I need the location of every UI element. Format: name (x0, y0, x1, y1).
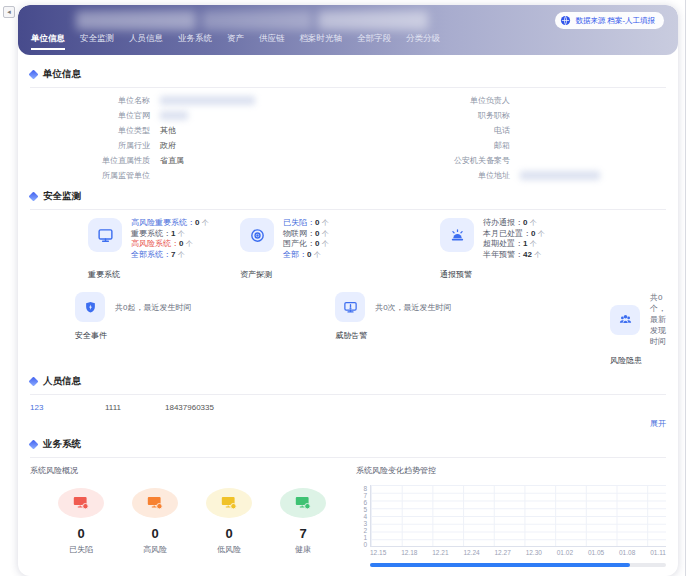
stat-unit: 个 (178, 251, 185, 258)
chart-x-axis: 12.15 12.18 12.21 12.24 12.27 12.30 01.0… (356, 549, 666, 556)
field-label: 邮箱 (350, 140, 520, 151)
security-stat-cards: 高风险重要系统0 个 重要系统1 个 高风险系统0 个 全部系统7 个 重要系统… (30, 218, 666, 280)
shield-icon (75, 292, 105, 322)
field-value: 其他 (160, 125, 350, 136)
person-phone: 18437960335 (165, 403, 240, 412)
scrollbar-thumb[interactable] (370, 563, 630, 567)
tab-business-systems[interactable]: 业务系统 (178, 33, 212, 50)
stat-label: 健康 (266, 544, 340, 555)
risk-trend-panel: 系统风险变化趋势管控 8 7 6 5 4 3 2 1 0 (350, 465, 666, 567)
unit-detail-panel: 数据来源 档案-人工填报 单位信息 安全监测 人员信息 业务系统 资产 供应链 … (18, 5, 678, 576)
field-label: 单位直属性质 (30, 155, 160, 166)
risk-overview-panel: 系统风险概况 0 已失陷 0 高风险 0 低风险 (30, 465, 350, 567)
field-label: 所属行业 (30, 140, 160, 151)
card-threat-alerts[interactable]: 共0次，最近发生时间 威胁告警 (335, 292, 610, 366)
section-divider (30, 209, 666, 210)
field-label: 电话 (350, 125, 520, 136)
y-tick: 4 (356, 513, 367, 520)
y-tick: 0 (356, 541, 367, 548)
stat-value: 0 (179, 239, 183, 248)
section-title-unit-info: 单位信息 (43, 68, 81, 81)
section-title-personnel: 人员信息 (43, 375, 81, 388)
section-marker-icon (29, 192, 39, 202)
stat-value: 0 (315, 239, 319, 248)
tab-assets[interactable]: 资产 (227, 33, 244, 50)
y-tick: 8 (356, 485, 367, 492)
section-marker-icon (29, 377, 39, 387)
expand-link[interactable]: 展开 (30, 418, 666, 429)
section-divider (30, 394, 666, 395)
card-important-systems[interactable]: 高风险重要系统0 个 重要系统1 个 高风险系统0 个 全部系统7 个 重要系统 (88, 218, 240, 280)
card-risk-hazards[interactable]: 共0个，最新发现时间 风险隐患 (610, 292, 666, 366)
field-value (520, 155, 666, 166)
y-tick: 2 (356, 527, 367, 534)
tab-archive-timeline[interactable]: 档案时光轴 (300, 33, 343, 50)
tab-unit-info[interactable]: 单位信息 (31, 33, 65, 50)
stat-value: 42 (523, 250, 532, 259)
section-title-security: 安全监测 (43, 190, 81, 203)
collapse-panel-button[interactable]: ◂ (3, 6, 15, 18)
x-tick: 12.18 (401, 549, 417, 556)
section-header-business: 业务系统 (30, 438, 666, 451)
radar-icon (240, 218, 274, 252)
risk-overview-title: 系统风险概况 (30, 465, 350, 476)
field-value (160, 170, 350, 181)
section-marker-icon (29, 70, 39, 80)
y-tick: 5 (356, 506, 367, 513)
section-divider (30, 87, 666, 88)
risk-stats: 0 已失陷 0 高风险 0 低风险 7 (30, 488, 350, 555)
y-tick: 3 (356, 520, 367, 527)
tab-personnel[interactable]: 人员信息 (129, 33, 163, 50)
card-name: 威胁告警 (335, 330, 610, 341)
stat-label: 超期处置 (483, 239, 523, 248)
stat-value: 1 (523, 239, 527, 248)
panel-content: 单位信息 单位名称 单位负责人 单位官网 职务职称 单位类型其他 电话 所属行业… (18, 55, 678, 576)
tab-security-monitor[interactable]: 安全监测 (80, 33, 114, 50)
x-tick: 12.24 (463, 549, 479, 556)
monitor-risk-icon (58, 488, 104, 518)
stat-label: 全部 (283, 250, 307, 259)
field-value-redacted (160, 95, 350, 106)
chart-horizontal-scrollbar[interactable] (370, 563, 666, 567)
security-event-cards: 共0起，最近发生时间 安全事件 共0次，最近发生时间 威胁告警 (30, 292, 666, 366)
personnel-row: 123 1111 18437960335 (30, 403, 666, 412)
stat-unit: 个 (186, 240, 193, 247)
stat-label: 国产化 (283, 239, 315, 248)
tab-supply-chain[interactable]: 供应链 (259, 33, 285, 50)
field-label: 所属监管单位 (30, 170, 160, 181)
card-asset-detection[interactable]: 已失陷0 个 物联网0 个 国产化0 个 全部0 个 资产探测 (240, 218, 440, 280)
monitor-alert-icon (335, 292, 365, 322)
card-name: 通报预警 (440, 269, 666, 280)
redacted-unit-title (76, 11, 451, 30)
event-summary: 共0起，最近发生时间 (115, 302, 191, 313)
stat-compromised: 0 已失陷 (44, 488, 118, 555)
card-alerts[interactable]: 待办通报0 个 本月已处置0 个 超期处置1 个 半年预警42 个 通报预警 (440, 218, 666, 280)
event-summary: 共0个，最新发现时间 (650, 292, 666, 347)
card-name: 资产探测 (240, 269, 440, 280)
x-tick: 01.11 (650, 549, 666, 556)
stat-label: 半年预警 (483, 250, 523, 259)
stat-label: 待办通报 (483, 218, 523, 227)
stat-value: 0 (192, 526, 266, 541)
stat-healthy: 7 健康 (266, 488, 340, 555)
stat-value: 0 (531, 229, 535, 238)
team-icon (610, 305, 640, 335)
stat-label: 高风险重要系统 (131, 218, 195, 227)
field-value-redacted (160, 110, 350, 121)
section-header-unit-info: 单位信息 (30, 68, 666, 81)
data-source-pill[interactable]: 数据来源 档案-人工填报 (555, 12, 664, 29)
y-tick: 1 (356, 534, 367, 541)
stat-label: 低风险 (192, 544, 266, 555)
stat-label: 本月已处置 (483, 229, 531, 238)
field-value: 政府 (160, 140, 350, 151)
stat-label: 高风险 (118, 544, 192, 555)
stat-unit: 个 (322, 240, 329, 247)
field-label: 单位类型 (30, 125, 160, 136)
person-name-link[interactable]: 123 (30, 403, 105, 412)
field-value-redacted (520, 170, 666, 181)
section-header-security: 安全监测 (30, 190, 666, 203)
card-security-events[interactable]: 共0起，最近发生时间 安全事件 (75, 292, 335, 366)
tab-classification[interactable]: 分类分级 (406, 33, 440, 50)
tab-all-fields[interactable]: 全部字段 (357, 33, 391, 50)
collapse-arrow-icon: ◂ (7, 8, 11, 15)
